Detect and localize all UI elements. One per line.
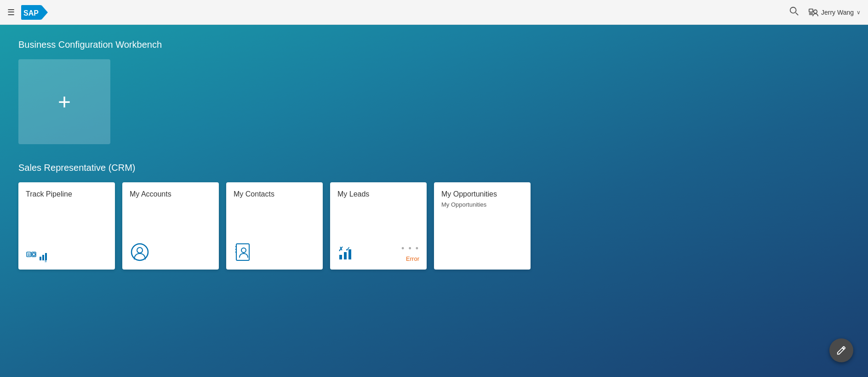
svg-rect-28: [348, 249, 351, 259]
svg-rect-15: [42, 255, 44, 260]
svg-rect-27: [344, 252, 347, 259]
tile-my-contacts[interactable]: My Contacts: [226, 182, 323, 270]
business-config-section: Business Configuration Workbench +: [18, 39, 850, 144]
svg-point-3: [790, 7, 796, 13]
svg-rect-9: [27, 252, 31, 257]
svg-line-4: [796, 13, 799, 15]
tile-my-contacts-title: My Contacts: [234, 190, 315, 199]
svg-rect-26: [339, 255, 342, 259]
sales-rep-title: Sales Representative (CRM): [18, 163, 850, 173]
tile-track-pipeline-title: Track Pipeline: [26, 190, 108, 199]
edit-fab-button[interactable]: [829, 338, 853, 362]
track-pipeline-icons: $: [26, 251, 50, 262]
header: ☰ SAP Jerry Wang ∨: [0, 0, 868, 25]
menu-icon[interactable]: ☰: [7, 7, 15, 17]
tile-my-leads-icon-area: ✗ ✓ • • • Error: [337, 242, 419, 262]
tile-track-pipeline[interactable]: Track Pipeline: [18, 182, 115, 270]
sap-logo[interactable]: SAP: [21, 5, 48, 20]
svg-rect-14: [40, 257, 41, 260]
tile-my-leads-title: My Leads: [337, 190, 419, 199]
sales-rep-section: Sales Representative (CRM) Track Pipelin…: [18, 163, 850, 270]
svg-text:SAP: SAP: [23, 9, 39, 17]
user-chevron-icon: ∨: [857, 9, 861, 16]
svg-point-19: [137, 248, 143, 253]
tile-leads-error: Error: [406, 255, 419, 262]
tile-leads-dots: • • •: [401, 244, 419, 253]
svg-rect-5: [809, 9, 813, 11]
tile-my-opportunities-subtitle: My Opportunities: [441, 201, 523, 208]
pencil-icon: [836, 345, 846, 355]
add-tile-plus-icon: +: [58, 91, 71, 113]
svg-point-13: [33, 253, 35, 256]
main-content: Business Configuration Workbench + Sales…: [0, 25, 868, 284]
tile-my-accounts[interactable]: My Accounts: [122, 182, 219, 270]
leads-icon: ✗ ✓: [337, 242, 358, 262]
tile-my-leads[interactable]: My Leads ✗ ✓ • • • Error: [330, 182, 427, 270]
user-avatar-icon: [808, 7, 818, 17]
svg-point-8: [814, 10, 817, 13]
tile-my-opportunities-title: My Opportunities: [441, 190, 523, 199]
user-name-label: Jerry Wang: [821, 9, 854, 16]
svg-marker-2: [41, 5, 48, 20]
tile-my-accounts-title: My Accounts: [130, 190, 211, 199]
user-section[interactable]: Jerry Wang ∨: [808, 7, 861, 17]
checklist-icon: [26, 251, 37, 262]
tiles-row: Track Pipeline: [18, 182, 850, 270]
tile-my-contacts-icon-area: [234, 242, 315, 262]
tile-track-pipeline-icon-area: $: [26, 251, 108, 262]
svg-text:✗ ✓: ✗ ✓: [338, 246, 350, 253]
accounts-icon: [130, 242, 150, 262]
business-config-title: Business Configuration Workbench: [18, 39, 850, 50]
contacts-icon: [234, 242, 254, 262]
tile-my-opportunities[interactable]: My Opportunities My Opportunities: [434, 182, 531, 270]
search-icon[interactable]: [789, 6, 799, 18]
add-tile-button[interactable]: +: [18, 59, 110, 144]
tile-my-opportunities-header: My Opportunities My Opportunities: [441, 190, 523, 208]
svg-text:$: $: [45, 259, 47, 262]
svg-point-24: [241, 248, 246, 253]
header-right: Jerry Wang ∨: [789, 6, 861, 18]
tile-my-accounts-icon-area: [130, 242, 211, 262]
barchart-dollar-icon: $: [39, 251, 50, 262]
